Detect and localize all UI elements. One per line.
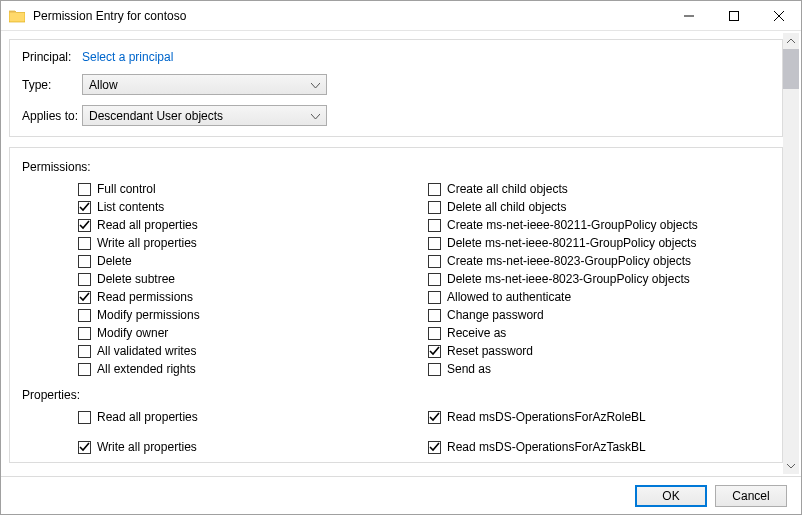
permission-checkbox[interactable]: Create ms-net-ieee-8023-GroupPolicy obje…	[428, 252, 770, 270]
checkbox-box[interactable]	[428, 441, 441, 454]
permission-checkbox[interactable]: Read permissions	[78, 288, 428, 306]
select-principal-link[interactable]: Select a principal	[82, 50, 173, 64]
checkbox-label: Delete ms-net-ieee-80211-GroupPolicy obj…	[447, 236, 696, 250]
maximize-button[interactable]	[711, 1, 756, 30]
permission-checkbox[interactable]: Delete	[78, 252, 428, 270]
permission-checkbox[interactable]: Read all properties	[78, 216, 428, 234]
checkbox-label: Read all properties	[97, 218, 198, 232]
permission-checkbox[interactable]: Create ms-net-ieee-80211-GroupPolicy obj…	[428, 216, 770, 234]
checkbox-box[interactable]	[428, 363, 441, 376]
svg-rect-1	[729, 11, 738, 20]
checkbox-box[interactable]	[78, 183, 91, 196]
permission-checkbox[interactable]: Delete ms-net-ieee-8023-GroupPolicy obje…	[428, 270, 770, 288]
checkbox-box[interactable]	[428, 309, 441, 322]
permission-checkbox[interactable]: List contents	[78, 198, 428, 216]
permission-checkbox[interactable]: Read msDS-OperationsForAzTaskBL	[428, 438, 770, 456]
checkbox-box[interactable]	[78, 411, 91, 424]
permission-checkbox[interactable]: Reset password	[428, 342, 770, 360]
titlebar: Permission Entry for contoso	[1, 1, 801, 31]
permission-checkbox[interactable]: Write all properties	[78, 234, 428, 252]
folder-icon	[9, 9, 25, 23]
principal-type-panel: Principal: Select a principal Type: Allo…	[9, 39, 783, 137]
permission-checkbox[interactable]: Create all child objects	[428, 180, 770, 198]
checkbox-box[interactable]	[428, 291, 441, 304]
checkbox-box[interactable]	[78, 309, 91, 322]
checkbox-box[interactable]	[428, 273, 441, 286]
checkbox-box[interactable]	[78, 201, 91, 214]
content-area: Principal: Select a principal Type: Allo…	[1, 31, 801, 476]
checkbox-label: Write all properties	[97, 236, 197, 250]
checkbox-box[interactable]	[78, 273, 91, 286]
checkbox-box[interactable]	[78, 291, 91, 304]
permission-checkbox[interactable]: Delete all child objects	[428, 198, 770, 216]
checkbox-label: Read permissions	[97, 290, 193, 304]
permission-checkbox[interactable]: Receive as	[428, 324, 770, 342]
type-select-value: Allow	[89, 78, 118, 92]
permission-checkbox[interactable]: Write all properties	[78, 438, 428, 456]
vertical-scrollbar[interactable]	[783, 33, 799, 474]
checkbox-box[interactable]	[78, 255, 91, 268]
properties-column-right: Read msDS-OperationsForAzTaskBL	[428, 438, 770, 456]
checkbox-box[interactable]	[78, 363, 91, 376]
checkbox-label: Create ms-net-ieee-80211-GroupPolicy obj…	[447, 218, 698, 232]
permission-checkbox[interactable]: Delete ms-net-ieee-80211-GroupPolicy obj…	[428, 234, 770, 252]
checkbox-label: Read all properties	[97, 410, 198, 424]
permission-checkbox[interactable]: Allowed to authenticate	[428, 288, 770, 306]
checkbox-box[interactable]	[428, 255, 441, 268]
checkbox-box[interactable]	[428, 411, 441, 424]
cancel-button[interactable]: Cancel	[715, 485, 787, 507]
permission-checkbox[interactable]: Delete subtree	[78, 270, 428, 288]
permission-checkbox[interactable]: Modify owner	[78, 324, 428, 342]
scrollbar-thumb[interactable]	[783, 49, 799, 89]
checkbox-box[interactable]	[78, 327, 91, 340]
permissions-column-right: Create all child objectsDelete all child…	[428, 180, 770, 378]
checkbox-label: Create all child objects	[447, 182, 568, 196]
permissions-grid: Full controlList contentsRead all proper…	[78, 180, 770, 378]
properties-section-label: Properties:	[22, 388, 770, 402]
permission-checkbox[interactable]: Change password	[428, 306, 770, 324]
permission-checkbox[interactable]: All extended rights	[78, 360, 428, 378]
chevron-down-icon	[311, 109, 320, 123]
checkbox-box[interactable]	[428, 327, 441, 340]
checkbox-box[interactable]	[78, 441, 91, 454]
checkbox-box[interactable]	[428, 237, 441, 250]
properties-grid-row2: Write all properties Read msDS-Operation…	[78, 438, 770, 456]
checkbox-box[interactable]	[78, 345, 91, 358]
checkbox-box[interactable]	[78, 237, 91, 250]
ok-button[interactable]: OK	[635, 485, 707, 507]
minimize-button[interactable]	[666, 1, 711, 30]
checkbox-box[interactable]	[78, 219, 91, 232]
permission-checkbox[interactable]: Send as	[428, 360, 770, 378]
checkbox-label: Allowed to authenticate	[447, 290, 571, 304]
type-label: Type:	[22, 78, 82, 92]
permissions-column-left: Full controlList contentsRead all proper…	[78, 180, 428, 378]
checkbox-label: All validated writes	[97, 344, 196, 358]
checkbox-label: Receive as	[447, 326, 506, 340]
permission-checkbox[interactable]: Modify permissions	[78, 306, 428, 324]
close-button[interactable]	[756, 1, 801, 30]
checkbox-box[interactable]	[428, 345, 441, 358]
properties-grid-row1: Read all properties Read msDS-Operations…	[78, 408, 770, 426]
checkbox-label: Delete	[97, 254, 132, 268]
properties-column-right: Read msDS-OperationsForAzRoleBL	[428, 408, 770, 426]
checkbox-box[interactable]	[428, 201, 441, 214]
permission-checkbox[interactable]: Full control	[78, 180, 428, 198]
checkbox-label: Reset password	[447, 344, 533, 358]
checkbox-label: List contents	[97, 200, 164, 214]
checkbox-label: Write all properties	[97, 440, 197, 454]
permission-checkbox[interactable]: Read all properties	[78, 408, 428, 426]
checkbox-box[interactable]	[428, 183, 441, 196]
checkbox-label: Read msDS-OperationsForAzTaskBL	[447, 440, 646, 454]
checkbox-box[interactable]	[428, 219, 441, 232]
permission-checkbox[interactable]: All validated writes	[78, 342, 428, 360]
permission-checkbox[interactable]: Read msDS-OperationsForAzRoleBL	[428, 408, 770, 426]
checkbox-label: Create ms-net-ieee-8023-GroupPolicy obje…	[447, 254, 691, 268]
scroll-up-arrow-icon[interactable]	[783, 33, 799, 49]
checkbox-label: Modify permissions	[97, 308, 200, 322]
permissions-panel: Permissions: Full controlList contentsRe…	[9, 147, 783, 463]
checkbox-label: Modify owner	[97, 326, 168, 340]
type-select[interactable]: Allow	[82, 74, 327, 95]
applies-to-select[interactable]: Descendant User objects	[82, 105, 327, 126]
properties-column-left: Write all properties	[78, 438, 428, 456]
scroll-down-arrow-icon[interactable]	[783, 458, 799, 474]
